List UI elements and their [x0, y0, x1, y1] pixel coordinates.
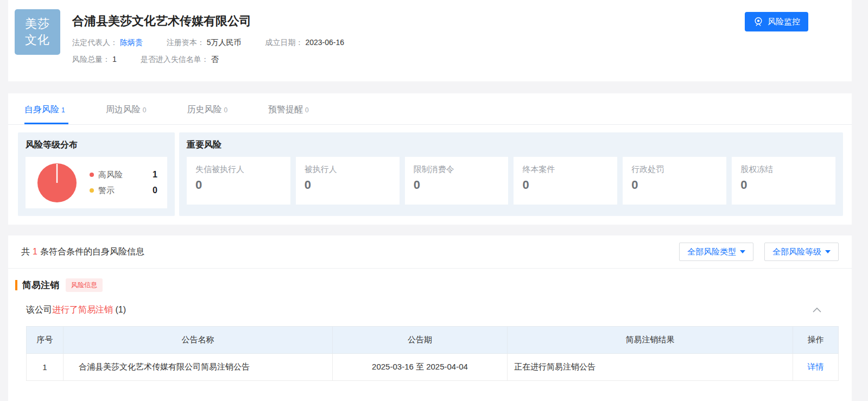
risk-total-label: 风险总量：	[72, 55, 110, 63]
risk-card-label: 股权冻结	[740, 164, 827, 175]
chevron-up-icon	[813, 307, 821, 313]
risk-card-dishonest-executee[interactable]: 失信被执行人 0	[187, 157, 290, 205]
tab-warning-reminder-label: 预警提醒	[268, 105, 303, 114]
cell-result: 正在进行简易注销公告	[508, 354, 793, 381]
risk-card-label: 被执行人	[305, 164, 391, 175]
risk-monitor-button[interactable]: 风险监控	[745, 12, 808, 31]
risk-tabs: 自身风险1 周边风险0 历史风险0 预警提醒0	[8, 93, 852, 125]
risk-level-panel-title: 风险等级分布	[26, 139, 167, 151]
company-info-row-2: 风险总量： 1 是否进入失信名单： 否	[72, 55, 368, 65]
risk-card-label: 终本案件	[522, 164, 609, 175]
tab-history-risk[interactable]: 历史风险0	[187, 93, 227, 124]
company-header-card: 美莎 文化 合浦县美莎文化艺术传媒有限公司 法定代表人： 陈炳贵 注册资本： 5…	[8, 0, 852, 81]
table-row: 1 合浦县美莎文化艺术传媒有限公司简易注销公告 2025-03-16 至 202…	[27, 354, 839, 381]
legend-item-warning: 警示 0	[90, 183, 157, 198]
risk-page: 美莎 文化 合浦县美莎文化艺术传媒有限公司 法定代表人： 陈炳贵 注册资本： 5…	[0, 0, 868, 401]
caret-down-icon	[740, 250, 745, 253]
risk-card-label: 限制消费令	[414, 164, 500, 175]
risk-pie-chart	[37, 163, 77, 202]
tab-self-risk-label: 自身风险	[24, 105, 59, 114]
risk-total-value: 1	[112, 55, 117, 63]
risk-level-dropdown[interactable]: 全部风险等级	[764, 243, 839, 261]
desc-prefix: 该公司	[26, 305, 52, 314]
risk-card-value: 0	[631, 178, 718, 192]
high-risk-label: 高风险	[98, 170, 153, 180]
section-marker-bar	[15, 280, 17, 290]
important-risk-panel: 重要风险 失信被执行人 0 被执行人 0 限制消费令 0 终	[179, 132, 843, 216]
tab-peripheral-risk-count: 0	[143, 106, 147, 114]
tab-history-risk-label: 历史风险	[187, 105, 221, 114]
risk-type-dropdown[interactable]: 全部风险类型	[679, 243, 753, 261]
high-risk-dot-icon	[90, 173, 94, 177]
dishonest-list-value: 否	[211, 55, 219, 63]
company-name: 合浦县美莎文化艺术传媒有限公司	[72, 13, 368, 29]
cancellation-table: 序号 公告名称 公告期 简易注销结果 操作 1 合浦县美莎文化艺术传媒有限公司简…	[26, 326, 839, 381]
risk-pie-legend: 高风险 1 警示 0	[90, 166, 157, 199]
summary-count: 1	[33, 247, 37, 256]
reg-capital-value: 5万人民币	[207, 38, 242, 47]
col-header-action: 操作	[793, 327, 839, 354]
dishonest-list-label: 是否进入失信名单：	[141, 55, 209, 63]
risk-card-value: 0	[522, 178, 609, 192]
monitor-camera-icon	[753, 16, 764, 27]
tab-peripheral-risk-label: 周边风险	[106, 105, 141, 114]
section-title: 简易注销	[22, 279, 59, 291]
tab-warning-reminder-count: 0	[305, 106, 309, 114]
tab-history-risk-count: 0	[224, 106, 227, 114]
legal-rep-link[interactable]: 陈炳贵	[120, 38, 143, 47]
section-description: 该公司进行了简易注销 (1)	[26, 304, 126, 316]
company-info-row-1: 法定代表人： 陈炳贵 注册资本： 5万人民币 成立日期： 2023-06-16	[72, 38, 368, 48]
col-header-announcement-name: 公告名称	[64, 327, 333, 354]
tab-self-risk[interactable]: 自身风险1	[24, 93, 65, 124]
simple-cancellation-section: 简易注销 风险信息 该公司进行了简易注销 (1) 序号	[8, 269, 852, 394]
warning-value: 0	[153, 186, 157, 195]
risk-card-label: 失信被执行人	[195, 164, 282, 175]
cell-announcement-name: 合浦县美莎文化艺术传媒有限公司简易注销公告	[64, 354, 333, 381]
risk-level-chart-box: 高风险 1 警示 0	[26, 157, 167, 208]
logo-text-line1: 美莎	[25, 16, 50, 32]
detail-link[interactable]: 详情	[808, 362, 824, 371]
desc-suffix: (1)	[115, 305, 126, 314]
risk-level-panel: 风险等级分布 高风险 1 警示	[18, 132, 175, 216]
tab-peripheral-risk[interactable]: 周边风险0	[106, 93, 147, 124]
risk-card-value: 0	[414, 178, 500, 192]
risk-tabs-card: 自身风险1 周边风险0 历史风险0 预警提醒0 风险等级分布	[8, 93, 852, 225]
logo-text-line2: 文化	[25, 32, 50, 48]
warning-label: 警示	[98, 186, 153, 196]
cell-action: 详情	[793, 354, 839, 381]
founded-label: 成立日期：	[265, 38, 303, 47]
risk-card-value: 0	[195, 178, 282, 192]
col-header-index: 序号	[27, 327, 64, 354]
tab-warning-reminder[interactable]: 预警提醒0	[268, 93, 309, 124]
risk-card-admin-penalty[interactable]: 行政处罚 0	[623, 157, 726, 205]
desc-highlight: 进行了简易注销	[52, 305, 113, 314]
risk-card-consumption-restriction[interactable]: 限制消费令 0	[405, 157, 509, 205]
summary-prefix: 共	[21, 247, 30, 256]
risk-level-dropdown-label: 全部风险等级	[772, 247, 821, 257]
reg-capital-label: 注册资本：	[167, 38, 205, 47]
risk-info-badge: 风险信息	[66, 278, 103, 292]
col-header-announcement-period: 公告期	[333, 327, 508, 354]
legend-item-high-risk: 高风险 1	[90, 168, 157, 182]
risk-card-value: 0	[305, 178, 391, 192]
risk-card-equity-freeze[interactable]: 股权冻结 0	[732, 157, 835, 205]
important-risk-panel-title: 重要风险	[187, 139, 835, 151]
warning-dot-icon	[90, 188, 94, 193]
monitor-button-label: 风险监控	[768, 17, 800, 27]
collapse-section-button[interactable]	[810, 304, 823, 316]
filter-row: 共1条符合条件的自身风险信息 全部风险类型 全部风险等级	[8, 235, 852, 269]
risk-type-dropdown-label: 全部风险类型	[687, 247, 736, 257]
caret-down-icon	[825, 250, 831, 253]
risk-card-value: 0	[740, 178, 827, 192]
table-header-row: 序号 公告名称 公告期 简易注销结果 操作	[27, 327, 839, 354]
result-summary: 共1条符合条件的自身风险信息	[21, 246, 144, 258]
risk-card-executee[interactable]: 被执行人 0	[296, 157, 400, 205]
cell-index: 1	[27, 354, 64, 381]
col-header-result: 简易注销结果	[508, 327, 793, 354]
founded-value: 2023-06-16	[305, 38, 344, 47]
risk-list-card: 共1条符合条件的自身风险信息 全部风险类型 全部风险等级 简易注销 风险信息	[8, 235, 852, 401]
company-logo: 美莎 文化	[15, 9, 60, 55]
risk-card-label: 行政处罚	[631, 164, 718, 175]
summary-suffix: 条符合条件的自身风险信息	[40, 247, 144, 256]
risk-card-terminated-case[interactable]: 终本案件 0	[514, 157, 617, 205]
